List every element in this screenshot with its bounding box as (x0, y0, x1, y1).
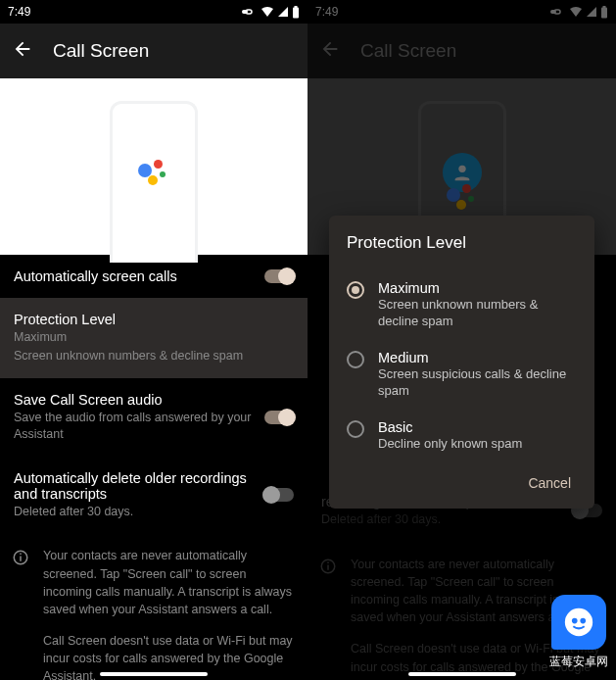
cancel-button[interactable]: Cancel (522, 467, 577, 499)
svg-rect-3 (295, 6, 298, 8)
radio-medium[interactable] (347, 351, 364, 368)
page-title: Call Screen (53, 40, 149, 62)
option-medium[interactable]: Medium Screen suspicious calls & decline… (347, 340, 577, 410)
svg-rect-2 (293, 7, 299, 18)
gesture-nav-bar[interactable] (308, 672, 616, 676)
row-auto-screen-title: Automatically screen calls (14, 268, 259, 284)
option-basic-sub: Decline only known spam (378, 436, 522, 453)
vpn-icon (242, 7, 258, 17)
info-text-1: Your contacts are never automatically sc… (43, 547, 294, 618)
toggle-auto-screen[interactable] (264, 269, 294, 283)
phone-mockup (110, 101, 198, 263)
option-basic[interactable]: Basic Decline only known spam (347, 410, 577, 462)
option-maximum[interactable]: Maximum Screen unknown numbers & decline… (347, 270, 577, 340)
row-save-audio[interactable]: Save Call Screen audio Save the audio fr… (0, 378, 308, 457)
signal-icon (277, 6, 289, 18)
dialog-title: Protection Level (347, 233, 577, 253)
info-block: Your contacts are never automatically sc… (0, 533, 308, 680)
gesture-nav-bar[interactable] (0, 672, 308, 676)
row-auto-delete-sub: Deleted after 30 days. (14, 504, 259, 520)
toggle-auto-delete[interactable] (264, 488, 294, 502)
screenshot-left: 7:49 Call Screen (0, 0, 308, 680)
status-time: 7:49 (8, 5, 30, 19)
status-bar: 7:49 (0, 0, 308, 24)
svg-rect-5 (20, 557, 22, 561)
row-auto-delete-title: Automatically delete older recordings an… (14, 470, 259, 502)
status-icons (242, 6, 300, 19)
row-protection-level-value: Maximum (14, 329, 259, 346)
row-save-audio-title: Save Call Screen audio (14, 392, 259, 408)
screenshot-right: 7:49 Call Screen (308, 0, 616, 680)
row-auto-screen[interactable]: Automatically screen calls (0, 255, 308, 298)
wifi-icon (261, 6, 274, 18)
row-protection-level[interactable]: Protection Level Maximum Screen unknown … (0, 298, 308, 378)
option-medium-sub: Screen suspicious calls & decline spam (378, 366, 577, 400)
row-auto-delete[interactable]: Automatically delete older recordings an… (0, 457, 308, 534)
back-icon[interactable] (12, 38, 33, 65)
option-basic-title: Basic (378, 419, 522, 435)
app-bar: Call Screen (0, 24, 308, 78)
settings-list: Automatically screen calls Protection Le… (0, 255, 308, 680)
svg-rect-6 (20, 554, 22, 556)
radio-basic[interactable] (347, 420, 364, 438)
option-maximum-title: Maximum (378, 280, 577, 296)
radio-maximum[interactable] (347, 281, 364, 299)
protection-level-dialog: Protection Level Maximum Screen unknown … (329, 216, 594, 509)
hero-illustration (0, 78, 308, 255)
battery-icon (292, 6, 300, 19)
row-save-audio-sub: Save the audio from calls answered by yo… (14, 410, 259, 443)
option-maximum-sub: Screen unknown numbers & decline spam (378, 297, 577, 330)
assistant-logo-icon (138, 158, 169, 189)
toggle-save-audio[interactable] (264, 411, 294, 424)
info-icon (12, 549, 29, 571)
row-protection-desc: Screen unknown numbers & decline spam (14, 348, 259, 364)
row-protection-title: Protection Level (14, 312, 259, 327)
option-medium-title: Medium (378, 350, 577, 365)
